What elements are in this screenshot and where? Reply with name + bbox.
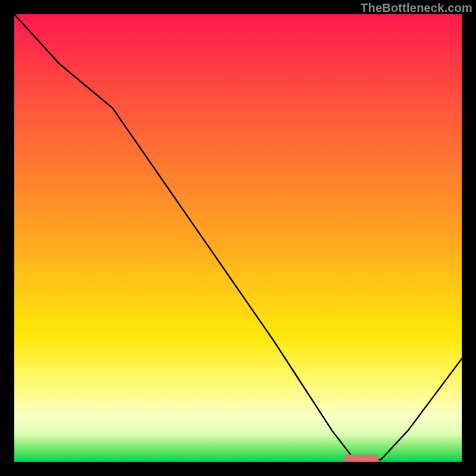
- plot-area: [14, 14, 462, 462]
- chart-frame: TheBottleneck.com: [0, 0, 476, 476]
- gradient-background: [14, 14, 462, 462]
- watermark-text: TheBottleneck.com: [361, 1, 472, 15]
- optimal-range-marker: [343, 455, 379, 461]
